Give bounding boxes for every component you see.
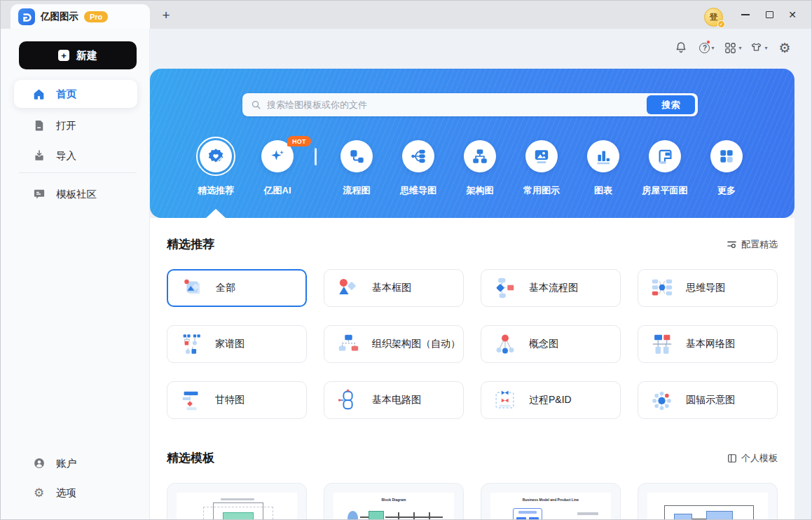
hero-banner: 搜索 精选推荐 HOT 亿图AI 流程图 [150,69,794,218]
category-edraw-ai[interactable]: HOT 亿图AI [247,140,308,197]
notification-dot [706,40,710,44]
maximize-icon [766,11,773,18]
floor-plan-icon [649,140,681,172]
new-document-button[interactable]: + 新建 [19,41,137,69]
sidebar-item-home[interactable]: 首页 [14,80,137,108]
sidebar-item-label: 模板社区 [56,188,97,201]
gear-icon: ⚙ [32,486,46,500]
bell-icon [674,41,688,55]
sidebar-item-import[interactable]: 导入 [14,142,137,170]
app-tab[interactable]: 亿图图示 Pro [11,4,150,29]
template-card-basic-network[interactable]: 基本网络图 [638,325,778,363]
personal-templates-link[interactable]: 个人模板 [727,452,778,465]
panel-layout-icon [727,453,737,463]
basic-flowchart-icon [493,276,517,300]
search-button[interactable]: 搜索 [647,95,695,114]
category-featured[interactable]: 精选推荐 [185,140,247,197]
new-button-label: 新建 [76,49,97,62]
app-title: 亿图图示 [41,11,78,23]
template-thumbnail[interactable]: Block Diagram [324,483,464,520]
template-card-mindmap[interactable]: 思维导图 [638,269,778,307]
template-thumbnail[interactable] [167,483,307,520]
template-card-basic-circuit[interactable]: 基本电路图 [324,381,464,419]
category-mindmap[interactable]: 思维导图 [387,140,449,197]
concept-map-icon [493,332,517,356]
family-tree-icon [179,332,203,356]
minimize-button[interactable] [734,1,757,29]
template-card-gantt[interactable]: 甘特图 [167,381,307,419]
edraw-logo-icon [18,8,35,25]
template-card-concept-map[interactable]: 概念图 [481,325,621,363]
sidebar: + 新建 首页 打开 导入 模板社区 [1,29,150,520]
category-separator [315,148,317,165]
featured-section-header: 精选推荐 配置精选 [150,218,794,252]
search-input[interactable] [267,100,641,110]
template-preview: Business Model and Product Line [490,493,611,520]
search-icon [251,100,261,110]
template-thumbnail[interactable] [638,483,778,520]
import-icon [32,149,46,163]
orgchart-icon [464,140,496,172]
theme-button[interactable]: ▾ [749,38,769,57]
account-icon [32,457,46,470]
minimize-icon [741,14,750,15]
apps-button[interactable]: ▾ [723,38,743,57]
basic-block-icon [336,276,360,300]
flowchart-icon [340,140,373,172]
apps-grid-icon [724,41,737,55]
featured-badge-icon [200,140,232,172]
section-title: 精选模板 [167,450,214,466]
category-floor-plan[interactable]: 房屋平面图 [634,140,696,197]
more-grid-icon [710,140,743,172]
app-window: 亿图图示 Pro + 登 ✓ ✕ + 新建 首页 打开 [0,0,812,520]
template-card-basic-block[interactable]: 基本框图 [324,269,464,307]
template-thumbnail[interactable]: Business Model and Product Line [481,483,621,520]
avatar-check-badge: ✓ [717,20,725,28]
new-tab-button[interactable]: + [158,7,174,24]
category-architecture[interactable]: 架构图 [449,140,511,197]
sidebar-item-account[interactable]: 账户 [14,449,137,477]
settings-button[interactable]: ⚙ [775,38,794,57]
sidebar-item-open[interactable]: 打开 [14,111,137,139]
sidebar-item-label: 选项 [56,486,76,500]
maximize-button[interactable] [757,1,781,29]
home-icon [32,88,46,101]
close-button[interactable]: ✕ [780,1,804,29]
template-card-family-tree[interactable]: 家谱图 [167,325,307,363]
chevron-down-icon: ▾ [711,45,714,51]
help-button[interactable]: ? ▾ [697,38,717,57]
circle-spoke-icon [650,388,674,412]
template-card-all[interactable]: 全部 [167,269,307,307]
template-preview: Block Diagram [333,493,454,520]
pro-badge: Pro [84,11,108,22]
sidebar-item-options[interactable]: ⚙ 选项 [14,479,137,507]
sidebar-item-label: 打开 [56,119,76,132]
network-icon [650,332,674,356]
orgchart-auto-icon [336,332,360,356]
config-sliders-icon [727,239,737,249]
chevron-down-icon: ▾ [738,45,741,51]
category-common-diagrams[interactable]: 常用图示 [511,140,572,197]
gantt-icon [179,388,203,412]
category-more[interactable]: 更多 [696,140,757,197]
mindmap-icon [402,140,434,172]
configure-featured-link[interactable]: 配置精选 [727,238,778,251]
tshirt-icon [750,41,763,55]
section-title: 精选推荐 [167,236,214,252]
template-card-orgchart-auto[interactable]: 组织架构图（自动） [324,325,464,363]
sidebar-item-label: 账户 [56,457,76,470]
template-card-circle-spoke[interactable]: 圆辐示意图 [638,381,778,419]
search-bar: 搜索 [242,93,698,116]
circuit-icon [336,388,360,412]
template-card-basic-flowchart[interactable]: 基本流程图 [481,269,621,307]
user-avatar[interactable]: 登 ✓ [704,8,723,27]
pid-icon [493,388,517,412]
community-icon [32,188,46,201]
category-charts[interactable]: 图表 [572,140,634,197]
title-bar: 亿图图示 Pro + 登 ✓ ✕ [1,1,811,29]
category-flowchart[interactable]: 流程图 [326,140,387,197]
template-card-process-pid[interactable]: 过程P&ID [481,381,621,419]
sidebar-item-template-community[interactable]: 模板社区 [14,180,137,208]
notifications-button[interactable] [671,38,691,57]
sidebar-item-label: 导入 [56,149,76,163]
